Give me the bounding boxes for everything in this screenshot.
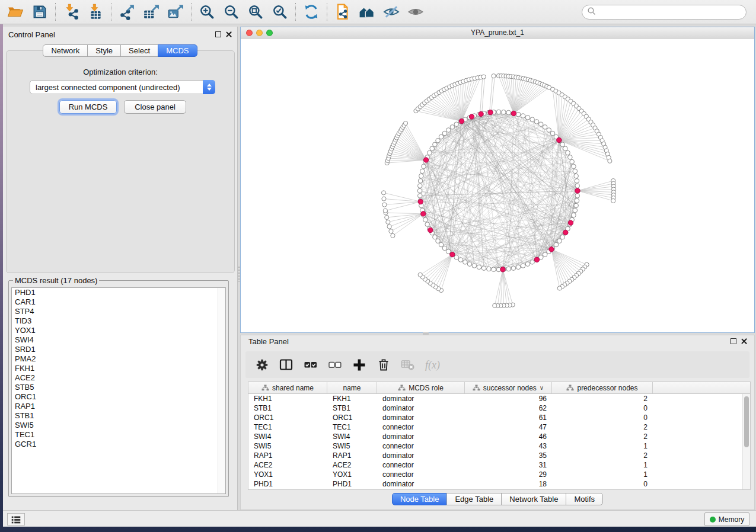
export-table-button[interactable] — [142, 2, 161, 21]
column-header-successor-nodes[interactable]: successor nodes∨ — [465, 382, 552, 393]
cell-shared-name[interactable]: SWI4 — [248, 432, 327, 441]
table-tab-network-table[interactable]: Network Table — [501, 493, 566, 505]
zoom-in-button[interactable] — [197, 2, 216, 21]
list-scrollbar[interactable] — [218, 288, 225, 493]
cell-successor-nodes[interactable]: 35 — [465, 451, 552, 460]
tab-mcds[interactable]: MCDS — [158, 44, 197, 57]
zoom-window-button[interactable] — [266, 30, 273, 36]
mcds-result-item[interactable]: RAP1 — [12, 402, 225, 411]
cell-successor-nodes[interactable]: 96 — [465, 394, 552, 403]
cell-name[interactable]: STB1 — [327, 403, 377, 413]
cell-MCDS-role[interactable]: connector — [377, 460, 465, 470]
table-tab-node-table[interactable]: Node Table — [392, 493, 448, 505]
hide-details-button[interactable] — [382, 2, 401, 21]
cell-successor-nodes[interactable]: 29 — [465, 470, 552, 479]
table-row[interactable]: YOX1YOX1connector291 — [248, 470, 750, 479]
export-network-button[interactable] — [117, 2, 136, 21]
float-panel-icon[interactable] — [215, 31, 221, 37]
table-scrollbar[interactable] — [742, 394, 750, 489]
memory-button[interactable]: Memory — [704, 512, 749, 526]
cell-successor-nodes[interactable]: 47 — [465, 422, 552, 432]
close-panel-button[interactable]: Close panel — [124, 100, 186, 114]
cell-shared-name[interactable]: ACE2 — [248, 460, 327, 470]
cell-shared-name[interactable]: SWI5 — [248, 441, 327, 451]
column-header-shared-name[interactable]: shared name — [248, 382, 327, 393]
cell-MCDS-role[interactable]: dominator — [377, 394, 465, 403]
column-header-name[interactable]: name — [327, 382, 377, 393]
search-input[interactable] — [596, 7, 746, 18]
add-button[interactable] — [352, 357, 367, 373]
mcds-result-item[interactable]: GCR1 — [12, 440, 225, 449]
cell-predecessor-nodes[interactable]: 0 — [552, 413, 653, 422]
table-tab-edge-table[interactable]: Edge Table — [446, 493, 502, 505]
tab-network[interactable]: Network — [43, 44, 88, 57]
cell-shared-name[interactable]: STB1 — [248, 403, 327, 413]
cell-predecessor-nodes[interactable]: 1 — [552, 441, 653, 451]
columns-button[interactable] — [279, 357, 294, 373]
status-list-button[interactable] — [7, 513, 25, 525]
cell-predecessor-nodes[interactable]: 2 — [552, 394, 653, 403]
cell-MCDS-role[interactable]: connector — [377, 441, 465, 451]
cell-successor-nodes[interactable]: 43 — [465, 441, 552, 451]
network-canvas[interactable] — [241, 39, 754, 332]
cell-MCDS-role[interactable]: connector — [377, 470, 465, 479]
cell-shared-name[interactable]: FKH1 — [248, 394, 327, 403]
close-panel-icon[interactable] — [225, 31, 232, 37]
refresh-button[interactable] — [302, 2, 321, 21]
cell-name[interactable]: SWI4 — [327, 432, 377, 441]
table-row[interactable]: TEC1TEC1connector472 — [248, 422, 750, 432]
mcds-result-item[interactable]: PMA2 — [12, 354, 225, 364]
eye-button[interactable] — [406, 2, 425, 21]
cell-name[interactable]: RAP1 — [327, 451, 377, 460]
table-row[interactable]: STB1STB1dominator620 — [248, 403, 750, 413]
share-document-button[interactable] — [333, 2, 352, 21]
mcds-result-item[interactable]: STP4 — [12, 307, 225, 316]
export-image-button[interactable] — [166, 2, 185, 21]
cell-name[interactable]: FKH1 — [327, 394, 377, 403]
mcds-result-item[interactable]: STB1 — [12, 411, 225, 421]
cell-MCDS-role[interactable]: dominator — [377, 432, 465, 441]
float-table-panel-icon[interactable] — [731, 338, 736, 344]
cell-successor-nodes[interactable]: 18 — [465, 479, 552, 489]
cell-MCDS-role[interactable]: connector — [377, 422, 465, 432]
cell-predecessor-nodes[interactable]: 2 — [552, 422, 653, 432]
cell-MCDS-role[interactable]: dominator — [377, 479, 465, 489]
mcds-result-item[interactable]: PHD1 — [12, 288, 225, 297]
cell-predecessor-nodes[interactable]: 1 — [552, 460, 653, 470]
table-row[interactable]: ACE2ACE2connector311 — [248, 460, 750, 470]
column-header-predecessor-nodes[interactable]: predecessor nodes — [552, 382, 653, 393]
mcds-result-list[interactable]: PHD1CAR1STP4TID3YOX1SWI4SRD1PMA2FKH1ACE2… — [11, 287, 226, 494]
cell-shared-name[interactable]: RAP1 — [248, 451, 327, 460]
save-button[interactable] — [30, 2, 49, 21]
settings-gear-button[interactable] — [254, 357, 270, 373]
optimization-criterion-dropdown[interactable]: largest connected component (undirected) — [30, 80, 215, 94]
network-graph[interactable] — [241, 39, 754, 332]
zoom-fit-button[interactable] — [246, 2, 265, 21]
mcds-result-item[interactable]: FKH1 — [12, 364, 225, 373]
delete-button[interactable] — [376, 357, 391, 373]
cell-predecessor-nodes[interactable]: 0 — [552, 479, 653, 489]
tab-select[interactable]: Select — [120, 44, 158, 57]
mcds-result-item[interactable]: STB5 — [12, 383, 225, 392]
cell-name[interactable]: PHD1 — [327, 479, 377, 489]
cell-successor-nodes[interactable]: 62 — [465, 403, 552, 413]
close-window-button[interactable] — [246, 30, 253, 36]
run-mcds-button[interactable]: Run MCDS — [59, 100, 117, 114]
mcds-result-item[interactable]: ACE2 — [12, 373, 225, 383]
cell-successor-nodes[interactable]: 31 — [465, 460, 552, 470]
table-row[interactable]: FKH1FKH1dominator962 — [248, 394, 750, 403]
folder-open-button[interactable] — [6, 2, 25, 21]
houses-button[interactable] — [358, 2, 377, 21]
mcds-result-item[interactable]: SWI5 — [12, 421, 225, 430]
zoom-selected-button[interactable] — [270, 2, 289, 21]
cell-name[interactable]: YOX1 — [327, 470, 377, 479]
cell-name[interactable]: ACE2 — [327, 460, 377, 470]
cell-shared-name[interactable]: YOX1 — [248, 470, 327, 479]
import-network-button[interactable] — [62, 2, 81, 21]
mcds-result-item[interactable]: SRD1 — [12, 345, 225, 354]
cell-shared-name[interactable]: ORC1 — [248, 413, 327, 422]
deselect-all-button[interactable] — [327, 357, 343, 373]
table-tab-motifs[interactable]: Motifs — [566, 493, 603, 505]
cell-MCDS-role[interactable]: dominator — [377, 451, 465, 460]
mcds-result-item[interactable]: CAR1 — [12, 297, 225, 307]
